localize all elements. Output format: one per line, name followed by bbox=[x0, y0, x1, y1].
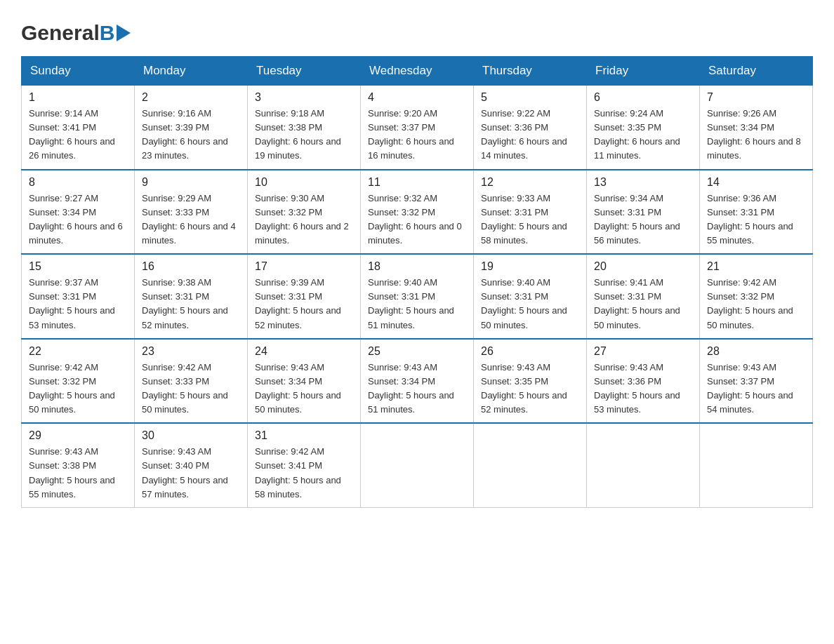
day-info: Sunrise: 9:39 AMSunset: 3:31 PMDaylight:… bbox=[255, 276, 353, 333]
calendar-day-cell: 26Sunrise: 9:43 AMSunset: 3:35 PMDayligh… bbox=[474, 339, 587, 424]
calendar-day-cell: 12Sunrise: 9:33 AMSunset: 3:31 PMDayligh… bbox=[474, 170, 587, 255]
day-number: 11 bbox=[368, 176, 466, 189]
day-number: 7 bbox=[707, 91, 805, 104]
day-info: Sunrise: 9:33 AMSunset: 3:31 PMDaylight:… bbox=[481, 192, 579, 248]
calendar-week-row: 29Sunrise: 9:43 AMSunset: 3:38 PMDayligh… bbox=[22, 423, 813, 507]
calendar-day-cell bbox=[700, 423, 813, 507]
day-number: 31 bbox=[255, 429, 353, 442]
day-info: Sunrise: 9:29 AMSunset: 3:33 PMDaylight:… bbox=[142, 192, 240, 248]
day-info: Sunrise: 9:43 AMSunset: 3:37 PMDaylight:… bbox=[707, 361, 805, 417]
calendar-day-cell: 13Sunrise: 9:34 AMSunset: 3:31 PMDayligh… bbox=[587, 170, 700, 255]
day-info: Sunrise: 9:40 AMSunset: 3:31 PMDaylight:… bbox=[481, 276, 579, 333]
day-info: Sunrise: 9:42 AMSunset: 3:32 PMDaylight:… bbox=[29, 361, 127, 417]
logo: GeneralB bbox=[21, 21, 131, 42]
day-info: Sunrise: 9:40 AMSunset: 3:31 PMDaylight:… bbox=[368, 276, 466, 333]
day-info: Sunrise: 9:37 AMSunset: 3:31 PMDaylight:… bbox=[29, 276, 127, 333]
day-number: 25 bbox=[368, 345, 466, 358]
day-number: 28 bbox=[707, 345, 805, 358]
day-info: Sunrise: 9:43 AMSunset: 3:34 PMDaylight:… bbox=[255, 361, 353, 417]
day-info: Sunrise: 9:36 AMSunset: 3:31 PMDaylight:… bbox=[707, 192, 805, 248]
calendar-day-cell: 30Sunrise: 9:43 AMSunset: 3:40 PMDayligh… bbox=[135, 423, 248, 507]
day-number: 24 bbox=[255, 345, 353, 358]
day-number: 6 bbox=[594, 91, 692, 104]
header-sunday: Sunday bbox=[22, 57, 135, 86]
day-number: 10 bbox=[255, 176, 353, 189]
day-info: Sunrise: 9:43 AMSunset: 3:36 PMDaylight:… bbox=[594, 361, 692, 417]
calendar-day-cell: 27Sunrise: 9:43 AMSunset: 3:36 PMDayligh… bbox=[587, 339, 700, 424]
calendar-day-cell: 18Sunrise: 9:40 AMSunset: 3:31 PMDayligh… bbox=[361, 254, 474, 339]
calendar-day-cell: 7Sunrise: 9:26 AMSunset: 3:34 PMDaylight… bbox=[700, 86, 813, 170]
day-info: Sunrise: 9:38 AMSunset: 3:31 PMDaylight:… bbox=[142, 276, 240, 333]
calendar-day-cell: 2Sunrise: 9:16 AMSunset: 3:39 PMDaylight… bbox=[135, 86, 248, 170]
day-number: 19 bbox=[481, 260, 579, 273]
header-monday: Monday bbox=[135, 57, 248, 86]
day-number: 18 bbox=[368, 260, 466, 273]
header-tuesday: Tuesday bbox=[248, 57, 361, 86]
header-thursday: Thursday bbox=[474, 57, 587, 86]
calendar-day-cell: 14Sunrise: 9:36 AMSunset: 3:31 PMDayligh… bbox=[700, 170, 813, 255]
calendar-header-row: Sunday Monday Tuesday Wednesday Thursday… bbox=[22, 57, 813, 86]
day-info: Sunrise: 9:24 AMSunset: 3:35 PMDaylight:… bbox=[594, 107, 692, 163]
day-info: Sunrise: 9:43 AMSunset: 3:38 PMDaylight:… bbox=[29, 445, 127, 502]
day-number: 22 bbox=[29, 345, 127, 358]
day-number: 8 bbox=[29, 176, 127, 189]
calendar-day-cell: 20Sunrise: 9:41 AMSunset: 3:31 PMDayligh… bbox=[587, 254, 700, 339]
day-number: 27 bbox=[594, 345, 692, 358]
logo-triangle-icon bbox=[117, 25, 131, 41]
day-info: Sunrise: 9:42 AMSunset: 3:41 PMDaylight:… bbox=[255, 445, 353, 502]
calendar-day-cell: 19Sunrise: 9:40 AMSunset: 3:31 PMDayligh… bbox=[474, 254, 587, 339]
day-info: Sunrise: 9:32 AMSunset: 3:32 PMDaylight:… bbox=[368, 192, 466, 248]
day-number: 17 bbox=[255, 260, 353, 273]
day-info: Sunrise: 9:43 AMSunset: 3:34 PMDaylight:… bbox=[368, 361, 466, 417]
calendar-day-cell: 4Sunrise: 9:20 AMSunset: 3:37 PMDaylight… bbox=[361, 86, 474, 170]
calendar-day-cell: 24Sunrise: 9:43 AMSunset: 3:34 PMDayligh… bbox=[248, 339, 361, 424]
calendar-week-row: 22Sunrise: 9:42 AMSunset: 3:32 PMDayligh… bbox=[22, 339, 813, 424]
calendar-day-cell: 15Sunrise: 9:37 AMSunset: 3:31 PMDayligh… bbox=[22, 254, 135, 339]
header-wednesday: Wednesday bbox=[361, 57, 474, 86]
calendar-day-cell: 21Sunrise: 9:42 AMSunset: 3:32 PMDayligh… bbox=[700, 254, 813, 339]
day-number: 29 bbox=[29, 429, 127, 442]
calendar-day-cell: 31Sunrise: 9:42 AMSunset: 3:41 PMDayligh… bbox=[248, 423, 361, 507]
day-number: 9 bbox=[142, 176, 240, 189]
day-number: 5 bbox=[481, 91, 579, 104]
day-info: Sunrise: 9:43 AMSunset: 3:35 PMDaylight:… bbox=[481, 361, 579, 417]
calendar-day-cell: 5Sunrise: 9:22 AMSunset: 3:36 PMDaylight… bbox=[474, 86, 587, 170]
calendar-week-row: 15Sunrise: 9:37 AMSunset: 3:31 PMDayligh… bbox=[22, 254, 813, 339]
day-number: 16 bbox=[142, 260, 240, 273]
calendar-day-cell: 29Sunrise: 9:43 AMSunset: 3:38 PMDayligh… bbox=[22, 423, 135, 507]
day-info: Sunrise: 9:42 AMSunset: 3:32 PMDaylight:… bbox=[707, 276, 805, 333]
calendar-day-cell: 22Sunrise: 9:42 AMSunset: 3:32 PMDayligh… bbox=[22, 339, 135, 424]
header-saturday: Saturday bbox=[700, 57, 813, 86]
day-number: 23 bbox=[142, 345, 240, 358]
day-info: Sunrise: 9:14 AMSunset: 3:41 PMDaylight:… bbox=[29, 107, 127, 163]
calendar-day-cell: 3Sunrise: 9:18 AMSunset: 3:38 PMDaylight… bbox=[248, 86, 361, 170]
calendar-day-cell bbox=[587, 423, 700, 507]
calendar-day-cell: 16Sunrise: 9:38 AMSunset: 3:31 PMDayligh… bbox=[135, 254, 248, 339]
calendar-day-cell: 28Sunrise: 9:43 AMSunset: 3:37 PMDayligh… bbox=[700, 339, 813, 424]
calendar-day-cell: 11Sunrise: 9:32 AMSunset: 3:32 PMDayligh… bbox=[361, 170, 474, 255]
calendar-table: Sunday Monday Tuesday Wednesday Thursday… bbox=[21, 56, 813, 508]
day-info: Sunrise: 9:30 AMSunset: 3:32 PMDaylight:… bbox=[255, 192, 353, 248]
calendar-day-cell: 10Sunrise: 9:30 AMSunset: 3:32 PMDayligh… bbox=[248, 170, 361, 255]
day-info: Sunrise: 9:34 AMSunset: 3:31 PMDaylight:… bbox=[594, 192, 692, 248]
calendar-week-row: 8Sunrise: 9:27 AMSunset: 3:34 PMDaylight… bbox=[22, 170, 813, 255]
day-info: Sunrise: 9:43 AMSunset: 3:40 PMDaylight:… bbox=[142, 445, 240, 502]
day-number: 2 bbox=[142, 91, 240, 104]
calendar-day-cell bbox=[474, 423, 587, 507]
page-header: GeneralB bbox=[21, 14, 813, 42]
calendar-day-cell bbox=[361, 423, 474, 507]
calendar-day-cell: 1Sunrise: 9:14 AMSunset: 3:41 PMDaylight… bbox=[22, 86, 135, 170]
day-number: 14 bbox=[707, 176, 805, 189]
day-info: Sunrise: 9:41 AMSunset: 3:31 PMDaylight:… bbox=[594, 276, 692, 333]
day-number: 20 bbox=[594, 260, 692, 273]
day-number: 1 bbox=[29, 91, 127, 104]
day-info: Sunrise: 9:20 AMSunset: 3:37 PMDaylight:… bbox=[368, 107, 466, 163]
day-number: 26 bbox=[481, 345, 579, 358]
day-info: Sunrise: 9:42 AMSunset: 3:33 PMDaylight:… bbox=[142, 361, 240, 417]
day-number: 12 bbox=[481, 176, 579, 189]
calendar-day-cell: 25Sunrise: 9:43 AMSunset: 3:34 PMDayligh… bbox=[361, 339, 474, 424]
calendar-day-cell: 6Sunrise: 9:24 AMSunset: 3:35 PMDaylight… bbox=[587, 86, 700, 170]
day-number: 13 bbox=[594, 176, 692, 189]
day-info: Sunrise: 9:27 AMSunset: 3:34 PMDaylight:… bbox=[29, 192, 127, 248]
day-info: Sunrise: 9:16 AMSunset: 3:39 PMDaylight:… bbox=[142, 107, 240, 163]
